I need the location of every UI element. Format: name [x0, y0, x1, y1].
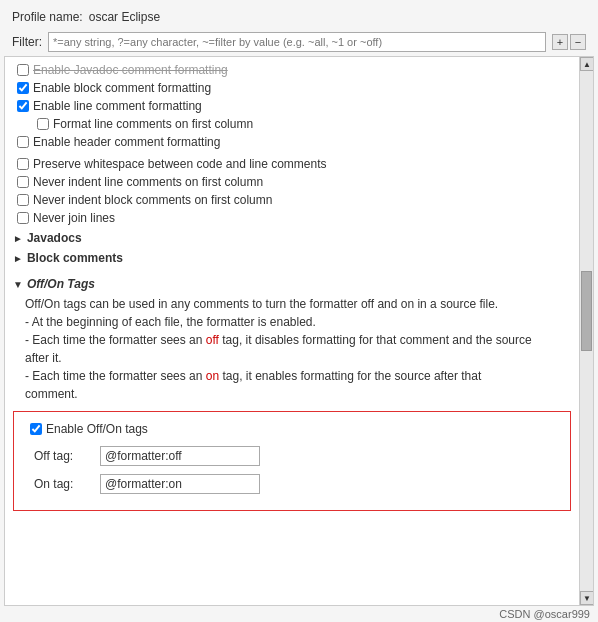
checkbox-enable-javadoc-formatting[interactable]: [17, 64, 29, 76]
enable-off-on-tags-row: Enable Off/On tags: [26, 420, 558, 438]
filter-icons: + −: [552, 34, 586, 50]
checkbox-label-enable-line-comment: Enable line comment formatting: [33, 99, 202, 113]
profile-name-value: oscar Eclipse: [89, 10, 160, 24]
off-tag-label: Off tag:: [34, 449, 94, 463]
list-item: Enable block comment formatting: [13, 79, 571, 97]
list-item: Enable Javadoc comment formatting: [13, 61, 571, 79]
scroll-content[interactable]: Enable Javadoc comment formatting Enable…: [5, 57, 579, 605]
checkbox-label-enable-off-on-tags: Enable Off/On tags: [46, 422, 148, 436]
checkbox-label-enable-javadoc-formatting: Enable Javadoc comment formatting: [33, 63, 228, 77]
checkbox-enable-line-comment[interactable]: [17, 100, 29, 112]
on-highlight: on: [206, 369, 219, 383]
block-comments-section-title: Block comments: [27, 251, 123, 265]
filter-remove-button[interactable]: −: [570, 34, 586, 50]
checkbox-label-never-indent-block: Never indent block comments on first col…: [33, 193, 272, 207]
checkbox-preserve-whitespace[interactable]: [17, 158, 29, 170]
checkbox-enable-block-comment[interactable]: [17, 82, 29, 94]
off-on-title-row[interactable]: ▼ Off/On Tags: [13, 277, 571, 291]
scrollbar-down-arrow[interactable]: ▼: [580, 591, 594, 605]
checkbox-label-never-join-lines: Never join lines: [33, 211, 115, 225]
list-item: Never indent block comments on first col…: [13, 191, 571, 209]
checkbox-label-enable-block-comment: Enable block comment formatting: [33, 81, 211, 95]
list-item: Never join lines: [13, 209, 571, 227]
profile-row: Profile name: oscar Eclipse: [0, 8, 598, 30]
off-highlight: off: [206, 333, 219, 347]
checkbox-enable-off-on-tags[interactable]: [30, 423, 42, 435]
footer-bar: CSDN @oscar999: [0, 606, 598, 622]
list-item: Never indent line comments on first colu…: [13, 173, 571, 191]
footer-text: CSDN @oscar999: [499, 608, 590, 620]
section-block-comments[interactable]: ► Block comments: [13, 247, 571, 267]
on-tag-label: On tag:: [34, 477, 94, 491]
off-tag-row: Off tag:: [26, 442, 558, 470]
checkbox-label-format-line-comments: Format line comments on first column: [53, 117, 253, 131]
off-on-section-title: Off/On Tags: [27, 277, 95, 291]
description-text: Off/On tags can be used in any comments …: [13, 291, 533, 407]
on-tag-row: On tag:: [26, 470, 558, 498]
checkbox-never-join-lines[interactable]: [17, 212, 29, 224]
block-comments-arrow-icon: ►: [13, 253, 23, 264]
javadocs-section-title: Javadocs: [27, 231, 82, 245]
main-container: Profile name: oscar Eclipse Filter: + − …: [0, 0, 598, 622]
list-item: Enable line comment formatting: [13, 97, 571, 115]
boxed-enable-section: Enable Off/On tags Off tag: On tag:: [13, 411, 571, 511]
content-area: Enable Javadoc comment formatting Enable…: [4, 56, 594, 606]
filter-input[interactable]: [48, 32, 546, 52]
filter-label: Filter:: [12, 35, 42, 49]
filter-add-button[interactable]: +: [552, 34, 568, 50]
checkbox-label-enable-header-comment: Enable header comment formatting: [33, 135, 220, 149]
off-on-arrow-icon: ▼: [13, 279, 23, 290]
list-item: Enable header comment formatting: [13, 133, 571, 151]
scrollbar-up-arrow[interactable]: ▲: [580, 57, 594, 71]
checkbox-label-preserve-whitespace: Preserve whitespace between code and lin…: [33, 157, 327, 171]
scrollbar-track[interactable]: [580, 71, 593, 591]
scrollbar: ▲ ▼: [579, 57, 593, 605]
off-on-tags-section: ▼ Off/On Tags Off/On tags can be used in…: [13, 273, 571, 513]
checkbox-never-indent-line[interactable]: [17, 176, 29, 188]
checkbox-format-line-comments[interactable]: [37, 118, 49, 130]
scrollbar-thumb[interactable]: [581, 271, 592, 351]
checkbox-enable-header-comment[interactable]: [17, 136, 29, 148]
javadocs-arrow-icon: ►: [13, 233, 23, 244]
on-tag-input[interactable]: [100, 474, 260, 494]
section-javadocs[interactable]: ► Javadocs: [13, 227, 571, 247]
list-item: Preserve whitespace between code and lin…: [13, 155, 571, 173]
checkbox-never-indent-block[interactable]: [17, 194, 29, 206]
profile-name-label: Profile name:: [12, 10, 83, 24]
filter-row: Filter: + −: [0, 30, 598, 56]
off-tag-input[interactable]: [100, 446, 260, 466]
list-item: Format line comments on first column: [13, 115, 571, 133]
checkbox-label-never-indent-line: Never indent line comments on first colu…: [33, 175, 263, 189]
